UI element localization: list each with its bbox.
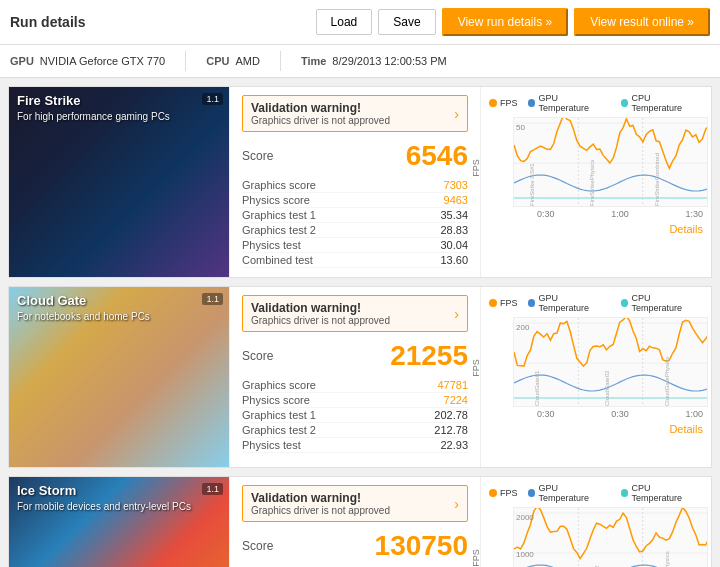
system-bar: GPU NVIDIA Geforce GTX 770 CPU AMD Time … — [0, 45, 720, 78]
details-button-fire-strike[interactable]: Details — [669, 223, 703, 235]
time-label: Time — [301, 55, 326, 67]
score-row: Score 6546 — [242, 140, 468, 172]
view-result-button[interactable]: View result online » — [574, 8, 710, 36]
sys-divider-1 — [185, 51, 186, 71]
chart-wrapper: FPS FireStrike GS#1 FireStrik — [489, 117, 703, 219]
score-row: Score 130750 — [242, 530, 468, 562]
bench-badge: 1.1 — [202, 293, 223, 305]
header-actions: Load Save View run details » View result… — [316, 8, 710, 36]
fps-dot — [489, 299, 497, 307]
time-axis: 0:30 1:00 1:30 — [513, 209, 703, 219]
bench-title: Fire Strike — [17, 93, 81, 108]
cpu-temp-dot — [621, 299, 629, 307]
gpu-temp-dot — [528, 99, 536, 107]
stats-row: Graphics score 47781 — [242, 378, 468, 393]
gpu-temp-dot — [528, 299, 536, 307]
chart-legend: FPS GPU Temperature CPU Temperature — [489, 93, 703, 113]
stats-row: Graphics score 7303 — [242, 178, 468, 193]
validation-box: Validation warning! Graphics driver is n… — [242, 295, 468, 332]
stats-row: Physics test 22.93 — [242, 438, 468, 453]
cpu-temp-legend: CPU Temperature — [621, 293, 704, 313]
time-value: 8/29/2013 12:00:53 PM — [332, 55, 446, 67]
chart-legend: FPS GPU Temperature CPU Temperature — [489, 483, 703, 503]
chart-wrapper: FPS CloudGate01 CloudGate02 — [489, 317, 703, 419]
gpu-value: NVIDIA Geforce GTX 770 — [40, 55, 165, 67]
gpu-temp-legend: GPU Temperature — [528, 293, 611, 313]
details-row: Details — [489, 223, 703, 235]
cpu-label: CPU — [206, 55, 229, 67]
bench-image-fire-strike: Fire Strike For high performance gaming … — [9, 87, 229, 277]
stats-row: Physics test 30.04 — [242, 238, 468, 253]
stats-table: Graphics score 47781 Physics score 7224 … — [242, 378, 468, 453]
fps-axis-label: FPS — [471, 549, 481, 567]
cpu-temp-dot — [621, 489, 629, 497]
validation-arrow-icon[interactable]: › — [454, 496, 459, 512]
gpu-temp-legend: GPU Temperature — [528, 483, 611, 503]
stats-table: Graphics score 7303 Physics score 9463 G… — [242, 178, 468, 268]
details-button-cloud-gate[interactable]: Details — [669, 423, 703, 435]
bench-title: Cloud Gate — [17, 293, 86, 308]
fps-dot — [489, 99, 497, 107]
time-axis: 0:30 0:30 1:00 — [513, 409, 703, 419]
gpu-label: GPU — [10, 55, 34, 67]
load-button[interactable]: Load — [316, 9, 373, 35]
bench-chart-cloud-gate: FPS GPU Temperature CPU Temperature FPS — [481, 287, 711, 467]
validation-box: Validation warning! Graphics driver is n… — [242, 485, 468, 522]
svg-text:CloudGate02: CloudGate02 — [604, 370, 610, 406]
gpu-temp-legend: GPU Temperature — [528, 93, 611, 113]
gpu-temp-dot — [528, 489, 536, 497]
cpu-value: AMD — [235, 55, 259, 67]
bench-badge: 1.1 — [202, 483, 223, 495]
page-title: Run details — [10, 14, 85, 30]
benchmark-row-ice-storm: Ice Storm For mobile devices and entry-l… — [8, 476, 712, 567]
sys-divider-2 — [280, 51, 281, 71]
benchmark-row-fire-strike: Fire Strike For high performance gaming … — [8, 86, 712, 278]
svg-text:CloudGate01: CloudGate01 — [534, 370, 540, 406]
bench-chart-fire-strike: FPS GPU Temperature CPU Temperature FPS — [481, 87, 711, 277]
stats-row: Graphics test 2 28.83 — [242, 223, 468, 238]
fps-legend: FPS — [489, 293, 518, 313]
chart-wrapper: FPS IceStorm01 IceStorm02 — [489, 507, 703, 567]
stats-row: Physics score 7224 — [242, 393, 468, 408]
fps-dot — [489, 489, 497, 497]
bench-subtitle: For mobile devices and entry-level PCs — [17, 501, 191, 512]
stats-row: Graphics test 1 35.34 — [242, 208, 468, 223]
svg-text:CloudGatePhysics: CloudGatePhysics — [664, 357, 670, 406]
save-button[interactable]: Save — [378, 9, 435, 35]
bench-middle-ice-storm: Validation warning! Graphics driver is n… — [229, 477, 481, 567]
svg-text:200: 200 — [516, 323, 530, 332]
gpu-item: GPU NVIDIA Geforce GTX 770 — [10, 55, 165, 67]
bench-middle-cloud-gate: Validation warning! Graphics driver is n… — [229, 287, 481, 467]
chart-area: IceStorm01 IceStorm02 IceStormPhysics 20… — [513, 507, 708, 567]
bench-subtitle: For notebooks and home PCs — [17, 311, 150, 322]
validation-arrow-icon[interactable]: › — [454, 306, 459, 322]
svg-text:FireStrike GS#1: FireStrike GS#1 — [529, 163, 535, 206]
time-item: Time 8/29/2013 12:00:53 PM — [301, 55, 447, 67]
fps-axis-label: FPS — [471, 159, 481, 177]
run-details-header: Run details Load Save View run details »… — [0, 0, 720, 45]
validation-arrow-icon[interactable]: › — [454, 106, 459, 122]
view-run-button[interactable]: View run details » — [442, 8, 569, 36]
benchmarks-container: Fire Strike For high performance gaming … — [0, 78, 720, 567]
bench-image-ice-storm: Ice Storm For mobile devices and entry-l… — [9, 477, 229, 567]
fps-legend: FPS — [489, 483, 518, 503]
validation-box: Validation warning! Graphics driver is n… — [242, 95, 468, 132]
stats-row: Graphics test 2 212.78 — [242, 423, 468, 438]
cpu-temp-dot — [621, 99, 629, 107]
chart-area: CloudGate01 CloudGate02 CloudGatePhysics… — [513, 317, 708, 407]
cpu-temp-legend: CPU Temperature — [621, 93, 704, 113]
svg-text:2000: 2000 — [516, 513, 534, 522]
bench-badge: 1.1 — [202, 93, 223, 105]
cpu-temp-legend: CPU Temperature — [621, 483, 704, 503]
bench-title: Ice Storm — [17, 483, 76, 498]
stats-row: Combined test 13.60 — [242, 253, 468, 268]
svg-text:1000: 1000 — [516, 550, 534, 559]
fps-axis-label: FPS — [471, 359, 481, 377]
svg-text:50: 50 — [516, 123, 525, 132]
bench-middle-fire-strike: Validation warning! Graphics driver is n… — [229, 87, 481, 277]
fps-legend: FPS — [489, 93, 518, 113]
score-row: Score 21255 — [242, 340, 468, 372]
details-row: Details — [489, 423, 703, 435]
svg-text:IceStormPhysics: IceStormPhysics — [664, 551, 670, 567]
svg-text:FireStrikeCombined: FireStrikeCombined — [654, 153, 660, 206]
